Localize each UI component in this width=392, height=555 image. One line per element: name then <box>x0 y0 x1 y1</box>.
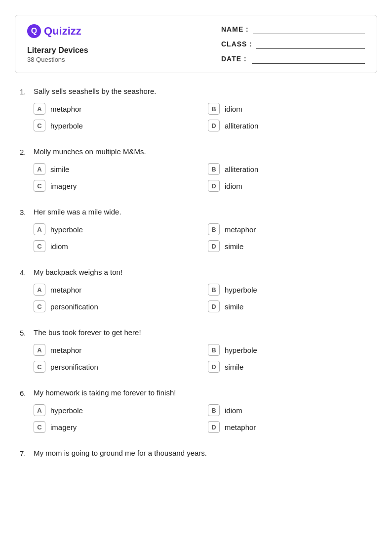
option-item[interactable]: Dsimile <box>208 300 372 312</box>
option-text: idiom <box>50 242 68 251</box>
options-grid: AhyperboleBmetaphorCidiomDsimile <box>20 223 372 252</box>
option-text: idiom <box>225 406 242 415</box>
option-text: idiom <box>225 182 242 190</box>
option-item[interactable]: Bhyperbole <box>208 284 372 296</box>
question-row: 5.The bus took forever to get here! <box>20 328 372 337</box>
option-text: idiom <box>225 105 242 113</box>
question-row: 4.My backpack weighs a ton! <box>20 268 372 277</box>
option-letter: C <box>34 240 45 252</box>
question-number: 5. <box>20 328 34 337</box>
option-letter: B <box>208 223 220 235</box>
option-text: personification <box>50 302 98 311</box>
question-block: 2.Molly munches on multiple M&Ms.Asimile… <box>20 147 372 192</box>
questions-area: 1.Sally sells seashells by the seashore.… <box>15 87 377 458</box>
option-item[interactable]: Dalliteration <box>208 120 372 131</box>
option-letter: B <box>208 284 220 296</box>
option-letter: A <box>34 223 45 235</box>
option-item[interactable]: Bmetaphor <box>208 223 372 235</box>
option-item[interactable]: Didiom <box>208 180 372 192</box>
option-item[interactable]: Ametaphor <box>34 103 198 115</box>
date-input[interactable] <box>252 54 365 64</box>
header: Quizizz Literary Devices 38 Questions NA… <box>15 15 377 73</box>
option-letter: B <box>208 103 220 115</box>
options-grid: AmetaphorBhyperboleCpersonificationDsimi… <box>20 344 372 373</box>
option-item[interactable]: Bidiom <box>208 404 372 416</box>
worksheet-title: Literary Devices <box>27 46 88 55</box>
option-item[interactable]: Balliteration <box>208 163 372 175</box>
option-item[interactable]: Bhyperbole <box>208 344 372 356</box>
option-item[interactable]: Cpersonification <box>34 300 198 312</box>
question-number: 4. <box>20 268 34 277</box>
option-text: simile <box>50 165 69 173</box>
option-text: personification <box>50 363 98 371</box>
question-number: 6. <box>20 388 34 397</box>
date-row: DATE : <box>221 54 365 64</box>
option-letter: A <box>34 284 45 296</box>
option-item[interactable]: Ahyperbole <box>34 404 198 416</box>
class-row: CLASS : <box>221 39 365 49</box>
option-item[interactable]: Dmetaphor <box>208 421 372 433</box>
option-text: metaphor <box>225 225 256 234</box>
option-item[interactable]: Ahyperbole <box>34 223 198 235</box>
option-text: hyperbole <box>50 225 83 234</box>
option-letter: B <box>208 163 220 175</box>
class-input[interactable] <box>256 39 365 49</box>
question-block: 5.The bus took forever to get here!Ameta… <box>20 328 372 373</box>
date-label: DATE : <box>221 55 248 63</box>
class-label: CLASS : <box>221 40 252 48</box>
option-item[interactable]: Cpersonification <box>34 361 198 373</box>
question-text: My mom is going to ground me for a thous… <box>34 449 372 457</box>
option-text: metaphor <box>225 423 256 431</box>
option-text: hyperbole <box>50 406 83 415</box>
question-number: 1. <box>20 87 34 96</box>
option-letter: A <box>34 404 45 416</box>
option-item[interactable]: Chyperbole <box>34 120 198 131</box>
logo: Quizizz <box>27 24 88 38</box>
option-item[interactable]: Bidiom <box>208 103 372 115</box>
option-item[interactable]: Cimagery <box>34 421 198 433</box>
logo-text: Quizizz <box>44 25 81 38</box>
worksheet-subtitle: 38 Questions <box>27 56 88 63</box>
question-row: 3.Her smile was a mile wide. <box>20 208 372 216</box>
option-text: alliteration <box>225 165 258 173</box>
option-letter: A <box>34 344 45 356</box>
option-text: simile <box>225 302 243 311</box>
question-number: 2. <box>20 147 34 156</box>
option-letter: A <box>34 163 45 175</box>
option-letter: C <box>34 421 45 433</box>
question-block: 1.Sally sells seashells by the seashore.… <box>20 87 372 131</box>
option-text: hyperbole <box>50 122 83 130</box>
question-text: Sally sells seashells by the seashore. <box>34 87 372 95</box>
logo-icon <box>27 24 41 38</box>
option-item[interactable]: Dsimile <box>208 240 372 252</box>
option-text: metaphor <box>50 346 81 354</box>
option-letter: D <box>208 300 220 312</box>
option-item[interactable]: Asimile <box>34 163 198 175</box>
form-area: NAME : CLASS : DATE : <box>221 24 365 64</box>
option-item[interactable]: Ametaphor <box>34 344 198 356</box>
question-number: 7. <box>20 449 34 458</box>
question-row: 6.My homework is taking me forever to fi… <box>20 388 372 397</box>
option-text: imagery <box>50 423 77 431</box>
option-letter: A <box>34 103 45 115</box>
option-letter: D <box>208 361 220 373</box>
option-text: simile <box>225 242 243 251</box>
option-item[interactable]: Cidiom <box>34 240 198 252</box>
options-grid: AmetaphorBhyperboleCpersonificationDsimi… <box>20 284 372 312</box>
question-block: 7.My mom is going to ground me for a tho… <box>20 449 372 458</box>
option-letter: C <box>34 180 45 192</box>
option-item[interactable]: Cimagery <box>34 180 198 192</box>
option-text: imagery <box>50 182 77 190</box>
option-item[interactable]: Ametaphor <box>34 284 198 296</box>
option-letter: C <box>34 120 45 131</box>
option-text: simile <box>225 363 243 371</box>
question-row: 1.Sally sells seashells by the seashore. <box>20 87 372 96</box>
name-input[interactable] <box>253 24 365 34</box>
option-item[interactable]: Dsimile <box>208 361 372 373</box>
option-text: metaphor <box>50 105 81 113</box>
question-block: 6.My homework is taking me forever to fi… <box>20 388 372 433</box>
question-text: The bus took forever to get here! <box>34 328 372 337</box>
option-letter: D <box>208 421 220 433</box>
option-text: hyperbole <box>225 346 257 354</box>
option-letter: B <box>208 404 220 416</box>
